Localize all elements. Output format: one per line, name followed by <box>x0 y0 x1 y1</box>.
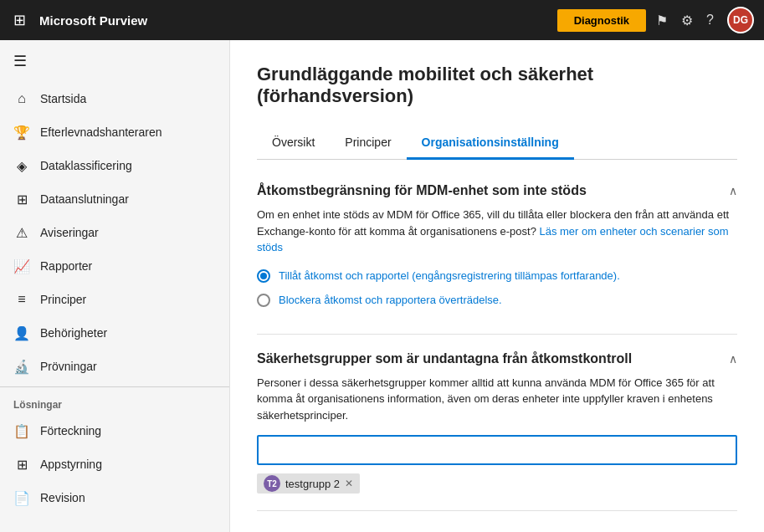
sidebar-item-behorigheter[interactable]: 👤 Behörigheter <box>0 316 229 350</box>
compliance-icon: 🏆 <box>13 124 30 141</box>
tab-bar: Översikt Principer Organisationsinställn… <box>257 127 737 160</box>
sidebar-item-label: Behörigheter <box>40 326 107 340</box>
catalog-icon: 📋 <box>13 422 30 439</box>
radio-allow-label: Tillåt åtkomst och rapportel (engångsreg… <box>279 268 620 284</box>
section1-title: Åtkomstbegränsning för MDM-enhet som int… <box>257 183 587 198</box>
reports-icon: 📈 <box>13 258 30 274</box>
sidebar-item-label: Principer <box>40 293 86 306</box>
settings-icon[interactable]: ⚙ <box>681 13 693 28</box>
alert-icon: ⚠ <box>13 224 30 241</box>
page-title: Grundläggande mobilitet och säkerhet (fö… <box>257 64 737 107</box>
audit-icon: 📄 <box>13 489 30 506</box>
allow-link: Tillåt åtkomst och rapportel (engångsreg… <box>279 269 620 282</box>
connector-icon: ⊞ <box>13 191 30 207</box>
flag-icon[interactable]: ⚑ <box>656 13 668 28</box>
block-link: Blockera åtkomst och rapportera överträd… <box>279 294 502 306</box>
sidebar-item-revision[interactable]: 📄 Revision <box>0 481 229 514</box>
sidebar-divider <box>0 386 229 387</box>
sidebar-item-label: Revision <box>40 491 85 504</box>
section2-description: Personer i dessa säkerhetsgrupper kommer… <box>257 375 737 424</box>
sidebar-item-forteckning[interactable]: 📋 Förteckning <box>0 414 229 448</box>
hamburger-button[interactable]: ☰ <box>0 40 229 82</box>
help-icon[interactable]: ? <box>706 13 714 28</box>
security-group-tag: T2 testgrupp 2 ✕ <box>257 473 360 494</box>
sidebar-item-dataanslutningar[interactable]: ⊞ Dataanslutningar <box>0 182 229 216</box>
permissions-icon: 👤 <box>13 325 30 341</box>
sidebar-item-label: Aviseringar <box>40 226 99 239</box>
radio-allow[interactable] <box>257 269 270 283</box>
sidebar: ☰ ⌂ Startsida 🏆 Efterlevnadshanteraren ◈… <box>0 40 230 532</box>
section-security-groups: Säkerhetsgrupper som är undantagna från … <box>257 351 737 512</box>
sidebar-item-label: Rapporter <box>40 259 92 273</box>
radio-block[interactable] <box>257 294 270 307</box>
sidebar-item-efterlevnadshanteraren[interactable]: 🏆 Efterlevnadshanteraren <box>0 115 229 149</box>
appgov-icon: ⊞ <box>13 456 30 473</box>
main-content: Grundläggande mobilitet och säkerhet (fö… <box>230 40 764 532</box>
brand-label: Microsoft Purview <box>39 13 547 28</box>
sidebar-item-principer[interactable]: ≡ Principer <box>0 283 229 316</box>
sidebar-item-aviseringar[interactable]: ⚠ Aviseringar <box>0 216 229 249</box>
solutions-label: Lösningar <box>0 391 229 414</box>
section2-collapse-icon[interactable]: ∧ <box>729 352 737 366</box>
sidebar-item-label: Dataanslutningar <box>40 192 129 206</box>
tab-oversikt[interactable]: Översikt <box>257 127 330 160</box>
topnav-icons: ⚑ ⚙ ? DG <box>656 7 754 33</box>
sidebar-item-label: Startsida <box>40 92 86 105</box>
sidebar-item-rapporter[interactable]: 📈 Rapporter <box>0 249 229 283</box>
user-avatar[interactable]: DG <box>727 7 754 33</box>
sidebar-item-label: Dataklassificering <box>40 159 132 172</box>
dataclass-icon: ◈ <box>13 157 30 174</box>
sidebar-item-appstyrning[interactable]: ⊞ Appstyrning <box>0 448 229 481</box>
tag-remove-button[interactable]: ✕ <box>345 478 353 489</box>
security-group-input[interactable] <box>257 435 737 465</box>
tab-principer[interactable]: Principer <box>330 127 406 160</box>
tag-avatar: T2 <box>264 475 280 492</box>
diagnostik-button[interactable]: Diagnostik <box>557 9 646 32</box>
section1-header: Åtkomstbegränsning för MDM-enhet som int… <box>257 183 737 198</box>
top-navigation: ⊞ Microsoft Purview Diagnostik ⚑ ⚙ ? DG <box>0 0 764 40</box>
sidebar-item-label: Efterlevnadshanteraren <box>40 125 162 139</box>
section1-collapse-icon[interactable]: ∧ <box>729 184 737 197</box>
section2-header: Säkerhetsgrupper som är undantagna från … <box>257 351 737 366</box>
policy-icon: ≡ <box>13 291 30 308</box>
radio-option-block[interactable]: Blockera åtkomst och rapportera överträd… <box>257 292 737 309</box>
home-icon: ⌂ <box>13 90 30 107</box>
tag-label: testgrupp 2 <box>285 478 340 490</box>
sidebar-item-label: Appstyrning <box>40 458 102 471</box>
sidebar-item-startsida[interactable]: ⌂ Startsida <box>0 82 229 115</box>
cursor-placeholder <box>265 443 269 457</box>
sidebar-item-label: Prövningar <box>40 360 97 373</box>
waffle-icon[interactable]: ⊞ <box>10 8 29 33</box>
radio-block-label: Blockera åtkomst och rapportera överträd… <box>279 292 502 309</box>
section2-title: Säkerhetsgrupper som är undantagna från … <box>257 351 632 366</box>
radio-option-allow[interactable]: Tillåt åtkomst och rapportel (engångsreg… <box>257 268 737 284</box>
tab-organisationsinstaellning[interactable]: Organisationsinställning <box>407 127 574 160</box>
section-access-restriction: Åtkomstbegränsning för MDM-enhet som int… <box>257 183 737 335</box>
section1-description: Om en enhet inte stöds av MDM för Office… <box>257 207 737 256</box>
learn-more-link[interactable]: Läs mer om enheter och scenarier som stö… <box>257 225 729 254</box>
sidebar-item-label: Förteckning <box>40 424 101 437</box>
main-layout: ☰ ⌂ Startsida 🏆 Efterlevnadshanteraren ◈… <box>0 40 764 532</box>
sidebar-item-dataklassificering[interactable]: ◈ Dataklassificering <box>0 149 229 182</box>
trials-icon: 🔬 <box>13 358 30 375</box>
sidebar-item-provningar[interactable]: 🔬 Prövningar <box>0 350 229 383</box>
